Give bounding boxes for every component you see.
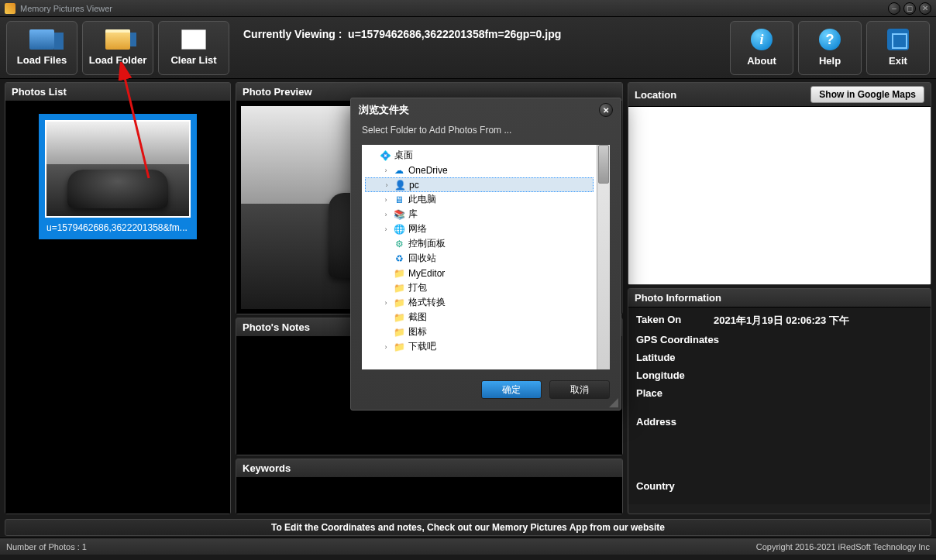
keywords-body[interactable] <box>236 478 622 514</box>
tree-node-label: 网络 <box>408 222 427 235</box>
load-files-button[interactable]: Load Files <box>6 21 77 75</box>
expander-icon[interactable]: › <box>383 181 391 189</box>
map-area[interactable] <box>628 107 931 284</box>
exit-label: Exit <box>889 55 907 67</box>
app-title: Memory Pictures Viewer <box>20 4 888 13</box>
tree-node[interactable]: ›☁OneDrive <box>365 163 594 177</box>
help-button[interactable]: ? Help <box>798 21 862 75</box>
tree-node-label: 下载吧 <box>408 340 436 353</box>
folder-tree-body[interactable]: 💠桌面›☁OneDrive›👤pc›🖥此电脑›📚库›🌐网络⚙控制面板♻回收站📁M… <box>362 145 597 369</box>
bottom-message: To Edit the Coordinates and notes, Check… <box>5 519 931 536</box>
dialog-cancel-button[interactable]: 取消 <box>549 380 610 399</box>
app-icon <box>5 3 15 14</box>
expander-icon[interactable]: › <box>382 167 390 174</box>
tree-node-label: 打包 <box>408 281 427 294</box>
location-title: Location <box>635 89 676 101</box>
tree-node-label: OneDrive <box>408 165 448 176</box>
tree-node[interactable]: 💠桌面 <box>365 148 594 163</box>
tree-node-label: 控制面板 <box>408 237 446 250</box>
clear-list-label: Clear List <box>170 54 216 66</box>
load-folder-label: Load Folder <box>89 54 146 66</box>
help-label: Help <box>819 55 841 67</box>
photos-list-body[interactable]: u=1579462686,3622201358&fm... <box>5 101 230 514</box>
folder-icon: 📁 <box>393 297 405 308</box>
photo-thumbnail[interactable]: u=1579462686,3622201358&fm... <box>39 114 197 239</box>
tree-node[interactable]: ›📁下载吧 <box>365 339 594 354</box>
keywords-panel: Keywords <box>236 459 623 514</box>
tree-node-label: 库 <box>408 208 418 221</box>
folder-icon: 📁 <box>393 312 405 323</box>
folder-icon: 📁 <box>393 283 405 294</box>
pictures-icon <box>29 29 54 50</box>
photos-list-title: Photos List <box>5 83 230 101</box>
maximize-button[interactable]: ◻ <box>903 2 916 15</box>
expander-icon[interactable]: › <box>382 211 390 218</box>
copyright: Copyright 2016-2021 iRedSoft Technology … <box>756 542 930 551</box>
resize-grip[interactable] <box>609 398 618 407</box>
tree-node-label: 图标 <box>408 325 427 338</box>
exit-button[interactable]: Exit <box>866 21 930 75</box>
browse-folder-dialog: 浏览文件夹 ✕ Select Folder to Add Photos From… <box>350 98 621 411</box>
folder-icon: ⚙ <box>393 239 405 249</box>
folder-icon: 🖥 <box>393 194 405 205</box>
tree-node[interactable]: 📁截图 <box>365 310 594 325</box>
expander-icon[interactable]: › <box>382 299 390 307</box>
tree-node[interactable]: ›🌐网络 <box>365 222 594 236</box>
tree-node[interactable]: ⚙控制面板 <box>365 236 594 251</box>
clear-list-button[interactable]: Clear List <box>158 21 229 75</box>
tree-node[interactable]: ›📁格式转换 <box>365 295 594 310</box>
info-icon: i <box>751 29 773 50</box>
about-label: About <box>747 55 776 67</box>
folder-icon: 📁 <box>393 342 405 352</box>
folder-icon: ♻ <box>393 253 405 264</box>
dialog-ok-button[interactable]: 确定 <box>481 380 542 399</box>
show-in-google-maps-button[interactable]: Show in Google Maps <box>810 86 924 103</box>
tree-node-label: 格式转换 <box>408 296 446 309</box>
tree-node[interactable]: 📁MyEditor <box>365 266 594 280</box>
expander-icon[interactable]: › <box>382 196 390 204</box>
location-panel: Location Show in Google Maps <box>628 82 931 285</box>
about-button[interactable]: i About <box>730 21 793 75</box>
dialog-title: 浏览文件夹 <box>359 103 409 117</box>
exit-icon <box>887 29 909 50</box>
folder-icon <box>105 29 130 50</box>
folder-icon: 📁 <box>393 327 405 338</box>
close-button[interactable]: ✕ <box>919 2 931 15</box>
folder-icon: 👤 <box>394 180 406 191</box>
photo-count-label: Number of Photos : 1 <box>6 542 87 551</box>
folder-tree: 💠桌面›☁OneDrive›👤pc›🖥此电脑›📚库›🌐网络⚙控制面板♻回收站📁M… <box>362 145 610 369</box>
tree-node-label: pc <box>409 180 419 191</box>
dialog-close-button[interactable]: ✕ <box>599 103 613 117</box>
tree-node-label: MyEditor <box>408 268 445 279</box>
tree-node[interactable]: ♻回收站 <box>365 251 594 266</box>
folder-icon: 📚 <box>393 209 405 220</box>
address-label: Address <box>636 416 923 428</box>
thumbnail-image <box>45 120 191 218</box>
country-label: Country <box>636 480 923 492</box>
tree-node[interactable]: ›📚库 <box>365 207 594 222</box>
main-toolbar: Load Files Load Folder Clear List Curren… <box>0 17 936 79</box>
expander-icon[interactable]: › <box>382 225 390 233</box>
currently-viewing: Currently Viewing : u=1579462686,3622201… <box>234 28 725 40</box>
tree-node[interactable]: 📁图标 <box>365 325 594 339</box>
tree-node-label: 此电脑 <box>408 193 436 206</box>
folder-icon: 🌐 <box>393 224 405 235</box>
tree-scrollbar[interactable] <box>597 145 610 369</box>
status-bar: Number of Photos : 1 Copyright 2016-2021… <box>0 538 936 555</box>
gps-coordinates-label: GPS Coordinates <box>636 334 923 345</box>
photos-list-panel: Photos List u=1579462686,3622201358&fm..… <box>5 82 231 514</box>
photo-information-title: Photo Information <box>628 289 931 307</box>
longitude-label: Longitude <box>636 369 923 381</box>
load-files-label: Load Files <box>17 54 67 66</box>
thumbnail-label: u=1579462686,3622201358&fm... <box>45 218 191 233</box>
folder-icon: ☁ <box>393 165 405 176</box>
tree-node[interactable]: ›🖥此电脑 <box>365 192 594 207</box>
folder-icon: 📁 <box>393 268 405 279</box>
expander-icon[interactable]: › <box>382 343 390 351</box>
minimize-button[interactable]: – <box>888 2 900 15</box>
tree-node[interactable]: ›👤pc <box>365 177 594 192</box>
load-folder-button[interactable]: Load Folder <box>82 21 153 75</box>
tree-node[interactable]: 📁打包 <box>365 280 594 295</box>
dialog-subtitle: Select Folder to Add Photos From ... <box>351 122 621 145</box>
tree-node-label: 回收站 <box>408 252 436 265</box>
